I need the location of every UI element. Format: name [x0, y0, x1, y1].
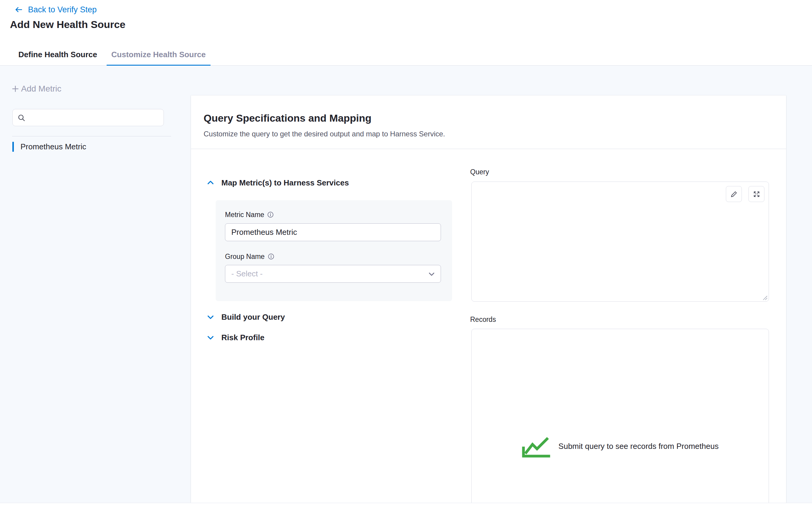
section-build-query-label: Build your Query: [221, 312, 285, 322]
query-label: Query: [470, 168, 489, 176]
group-name-placeholder: - Select -: [231, 269, 263, 278]
card-subtitle: Customize the query to get the desired o…: [204, 130, 445, 138]
pencil-icon: [730, 190, 738, 198]
selected-indicator: [12, 142, 14, 152]
sidebar-divider: [12, 136, 171, 137]
section-risk-profile-label: Risk Profile: [221, 333, 264, 342]
records-label: Records: [470, 316, 496, 324]
chevron-down-icon: [207, 313, 214, 321]
group-name-label-text: Group Name: [225, 252, 265, 261]
chevron-down-icon: [428, 270, 435, 277]
arrow-left-icon: [14, 5, 23, 14]
query-editor[interactable]: [471, 182, 769, 302]
metric-item-label: Prometheus Metric: [21, 142, 86, 151]
chevron-up-icon: [207, 179, 214, 187]
back-link[interactable]: Back to Verify Step: [14, 4, 97, 15]
query-specifications-card: Query Specifications and Mapping Customi…: [191, 95, 786, 503]
metric-name-input[interactable]: [225, 223, 441, 241]
metric-search[interactable]: [12, 109, 164, 126]
edit-query-button[interactable]: [726, 186, 742, 202]
page-title: Add New Health Source: [10, 19, 125, 30]
tab-bar: Define Health Source Customize Health So…: [0, 44, 812, 65]
info-icon[interactable]: [267, 211, 274, 218]
card-divider: [191, 149, 786, 149]
expand-icon: [753, 190, 760, 198]
tab-customize-health-source[interactable]: Customize Health Source: [107, 44, 211, 65]
metric-mapping-form: Metric Name Group Name - Select -: [216, 200, 452, 301]
search-icon: [18, 114, 26, 122]
resize-handle[interactable]: [762, 295, 768, 300]
chevron-down-icon: [207, 334, 214, 341]
records-empty-text: Submit query to see records from Prometh…: [558, 442, 719, 451]
add-metric-label: Add Metric: [21, 84, 61, 94]
section-build-query-toggle[interactable]: Build your Query: [207, 312, 285, 322]
expand-query-button[interactable]: [749, 186, 764, 202]
metric-search-input[interactable]: [13, 109, 164, 126]
group-name-label: Group Name: [225, 252, 274, 261]
card-title: Query Specifications and Mapping: [204, 112, 371, 124]
main-content: Add Metric Prometheus Metric Query Speci…: [0, 66, 812, 503]
section-map-metrics-toggle[interactable]: Map Metric(s) to Harness Services: [207, 178, 349, 188]
page-header: Back to Verify Step Add New Health Sourc…: [0, 0, 812, 66]
back-link-label: Back to Verify Step: [28, 5, 97, 14]
section-risk-profile-toggle[interactable]: Risk Profile: [207, 332, 264, 342]
line-chart-icon: [522, 434, 551, 458]
metric-list-item[interactable]: Prometheus Metric: [12, 140, 165, 153]
footer-bar: [0, 503, 812, 510]
records-panel: Submit query to see records from Prometh…: [471, 329, 769, 503]
section-map-metrics-label: Map Metric(s) to Harness Services: [221, 178, 349, 187]
add-metric-button[interactable]: Add Metric: [11, 83, 61, 94]
group-name-select[interactable]: - Select -: [225, 265, 441, 283]
metric-name-label-text: Metric Name: [225, 211, 264, 219]
plus-icon: [11, 85, 19, 93]
info-icon[interactable]: [268, 253, 274, 260]
tab-define-health-source[interactable]: Define Health Source: [13, 44, 102, 65]
metric-name-label: Metric Name: [225, 210, 274, 219]
